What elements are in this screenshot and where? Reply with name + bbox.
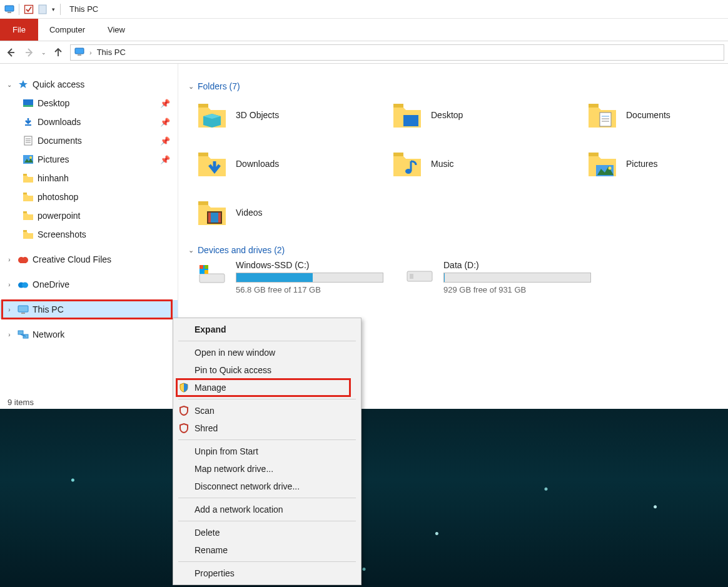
this-pc-icon xyxy=(4,4,15,15)
tab-view[interactable]: View xyxy=(96,19,136,41)
svg-marker-9 xyxy=(19,80,28,88)
tree-quick-access[interactable]: ⌄ Quick access xyxy=(0,75,178,94)
chevron-right-icon[interactable]: › xyxy=(5,306,14,313)
cm-shred[interactable]: Shred xyxy=(173,419,361,437)
tree-label: Downloads xyxy=(38,117,81,127)
qa-checkbox-icon[interactable] xyxy=(23,4,34,15)
drive-c[interactable]: Windows-SSD (C:) 56.8 GB free of 117 GB xyxy=(197,260,391,294)
pin-icon: 📌 xyxy=(160,155,170,164)
cm-delete[interactable]: Delete xyxy=(173,524,361,541)
drive-icon xyxy=(405,260,435,290)
folder-label: Pictures xyxy=(626,159,658,169)
svg-rect-45 xyxy=(393,153,403,156)
tree-powerpoint[interactable]: powerpoint xyxy=(0,206,178,225)
cm-rename[interactable]: Rename xyxy=(173,541,361,559)
pin-icon: 📌 xyxy=(160,99,170,108)
tree-pictures[interactable]: Pictures 📌 xyxy=(0,150,178,169)
cm-add-network-location[interactable]: Add a network location xyxy=(173,501,361,518)
cm-scan[interactable]: Scan xyxy=(173,402,361,419)
group-header-folders[interactable]: ⌄ Folders (7) xyxy=(188,81,720,91)
tree-label: This PC xyxy=(33,304,64,314)
recent-locations-dropdown[interactable]: ⌄ xyxy=(41,49,46,56)
cm-manage[interactable]: Manage xyxy=(173,379,361,396)
tab-computer[interactable]: Computer xyxy=(38,19,96,41)
forward-button[interactable] xyxy=(23,46,36,59)
folder-documents[interactable]: Documents xyxy=(587,96,728,134)
chevron-down-icon: ⌄ xyxy=(188,83,194,91)
tree-label: OneDrive xyxy=(33,279,69,289)
cm-pin-quick-access[interactable]: Pin to Quick access xyxy=(173,361,361,379)
cm-separator xyxy=(178,439,356,440)
folder-label: Music xyxy=(431,159,454,169)
qa-properties-icon[interactable] xyxy=(37,4,48,15)
drive-usage-bar xyxy=(443,273,591,283)
cm-unpin-start[interactable]: Unpin from Start xyxy=(173,443,361,460)
svg-rect-26 xyxy=(20,259,26,263)
folder-desktop[interactable]: Desktop xyxy=(392,96,586,134)
tree-this-pc[interactable]: › This PC xyxy=(0,300,178,319)
tree-hinhanh[interactable]: hinhanh xyxy=(0,169,178,188)
chevron-right-icon[interactable]: › xyxy=(5,256,14,263)
folder-music[interactable]: Music xyxy=(392,145,586,183)
cm-expand[interactable]: Expand xyxy=(173,321,361,338)
tree-label: powerpoint xyxy=(38,211,81,221)
tree-label: Pictures xyxy=(38,154,69,164)
svg-rect-44 xyxy=(198,153,208,156)
svg-rect-22 xyxy=(23,211,27,213)
folders-grid: 3D Objects Desktop Documents Downloads xyxy=(186,96,720,231)
tree-onedrive[interactable]: › OneDrive xyxy=(0,275,178,294)
tree-downloads[interactable]: Downloads 📌 xyxy=(0,113,178,131)
documents-icon xyxy=(23,135,34,146)
quick-access-icon xyxy=(18,79,29,90)
group-label: Folders (7) xyxy=(198,81,240,91)
folder-icon xyxy=(587,149,617,179)
svg-rect-7 xyxy=(75,48,84,54)
tab-file[interactable]: File xyxy=(0,19,38,41)
tree-label: Quick access xyxy=(33,79,84,89)
titlebar-separator-2 xyxy=(60,4,61,15)
cm-open-new-window[interactable]: Open in new window xyxy=(173,344,361,361)
cm-properties[interactable]: Properties xyxy=(173,564,361,582)
tree-screenshots[interactable]: Screenshots xyxy=(0,225,178,244)
svg-rect-54 xyxy=(208,213,211,223)
folder-pictures[interactable]: Pictures xyxy=(587,145,728,183)
svg-rect-29 xyxy=(18,306,28,312)
svg-rect-58 xyxy=(200,265,203,269)
svg-rect-63 xyxy=(410,274,413,279)
tree-desktop[interactable]: Desktop 📌 xyxy=(0,94,178,113)
drive-label: Data (D:) xyxy=(443,260,591,270)
tree-creative-cloud[interactable]: › Creative Cloud Files xyxy=(0,250,178,269)
svg-rect-2 xyxy=(25,5,33,13)
back-button[interactable] xyxy=(4,46,18,59)
drive-free-text: 929 GB free of 931 GB xyxy=(443,285,591,294)
group-header-drives[interactable]: ⌄ Devices and drives (2) xyxy=(188,245,720,255)
svg-rect-38 xyxy=(403,115,418,126)
tree-documents[interactable]: Documents 📌 xyxy=(0,131,178,150)
cm-map-network-drive[interactable]: Map network drive... xyxy=(173,460,361,478)
tree-network[interactable]: › Network xyxy=(0,325,178,344)
drive-label: Windows-SSD (C:) xyxy=(236,260,383,270)
svg-rect-51 xyxy=(198,201,208,205)
chevron-down-icon[interactable]: ⌄ xyxy=(5,81,14,88)
address-bar[interactable]: › This PC xyxy=(70,44,724,61)
breadcrumb-this-pc[interactable]: This PC xyxy=(97,48,126,57)
cm-disconnect-network-drive[interactable]: Disconnect network drive... xyxy=(173,478,361,495)
svg-rect-39 xyxy=(589,104,599,108)
chevron-right-icon[interactable]: › xyxy=(5,281,14,288)
folder-downloads[interactable]: Downloads xyxy=(197,145,391,183)
creative-cloud-icon xyxy=(18,254,29,265)
drive-d[interactable]: Data (D:) 929 GB free of 931 GB xyxy=(405,260,599,294)
folder-videos[interactable]: Videos xyxy=(197,194,391,231)
tree-label: Documents xyxy=(38,136,82,146)
up-button[interactable] xyxy=(51,46,65,59)
svg-point-19 xyxy=(29,156,32,159)
qa-customize-dropdown[interactable]: ▾ xyxy=(51,6,56,13)
tree-photoshop[interactable]: photoshop xyxy=(0,188,178,206)
svg-rect-55 xyxy=(218,213,221,223)
drive-icon xyxy=(197,260,227,290)
svg-rect-34 xyxy=(198,104,208,108)
chevron-right-icon[interactable]: › xyxy=(5,331,14,338)
svg-rect-20 xyxy=(23,174,27,176)
folder-3d-objects[interactable]: 3D Objects xyxy=(197,96,391,134)
svg-rect-11 xyxy=(23,105,33,107)
